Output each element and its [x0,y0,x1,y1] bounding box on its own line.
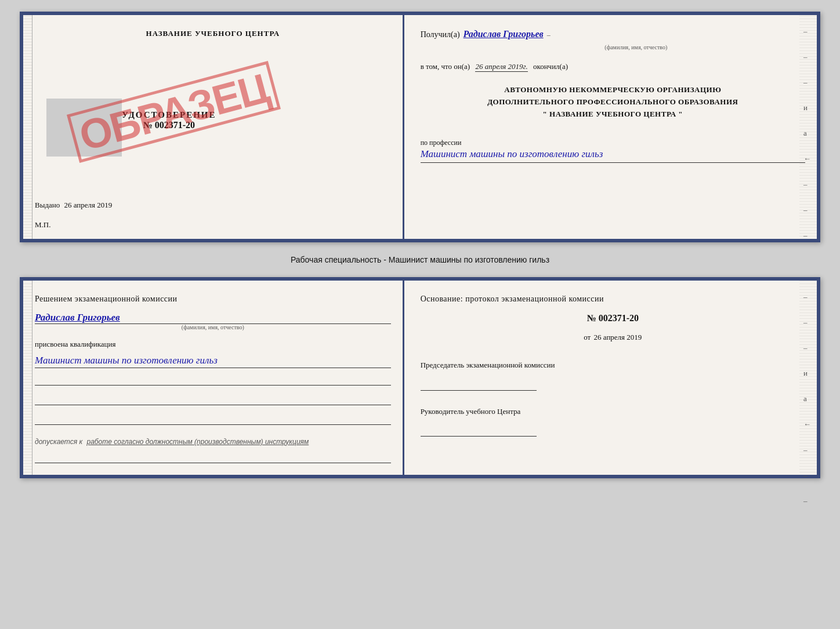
date-line: в том, что он(а) 26 апреля 2019г. окончи… [421,62,805,71]
fio-subtitle-1: (фамилия, имя, отчество) [467,44,805,50]
doc1-school-name: НАЗВАНИЕ УЧЕБНОГО ЦЕНТРА [35,29,391,38]
mp-line: М.П. [35,220,391,230]
chairman-sig-line [421,379,537,391]
textured-side-2 [799,281,817,475]
recipient-prefix: Получил(а) [421,30,460,39]
doc1-right: Получил(а) Радислав Григорьев – (фамилия… [404,15,817,239]
protocol-date-value: 26 апреля 2019 [594,333,642,341]
photo-placeholder [46,99,122,157]
cert-title-block: УДОСТОВЕРЕНИЕ № 002371-20 [122,110,216,130]
director-label: Руководитель учебного Центра [421,406,805,417]
protocol-number: № 002371-20 [421,313,805,323]
blank-line-1 [35,375,391,386]
blank-line-3 [35,415,391,425]
doc1-left: НАЗВАНИЕ УЧЕБНОГО ЦЕНТРА УДОСТОВЕРЕНИЕ №… [23,15,404,239]
recipient-name: Радислав Григорьев [464,29,544,39]
cert-number: № 002371-20 [122,120,216,130]
org-line2: ДОПОЛНИТЕЛЬНОГО ПРОФЕССИОНАЛЬНОГО ОБРАЗО… [421,96,805,108]
doc2-right: Основание: протокол экзаменационной коми… [404,281,817,475]
protocol-date: от 26 апреля 2019 [421,333,805,342]
date-suffix: окончил(а) [533,62,568,71]
profession-value: Машинист машины по изготовлению гильз [421,147,805,163]
cert-word: УДОСТОВЕРЕНИЕ [122,110,216,120]
issued-label: Выдано [35,201,60,209]
fio-small-2: (фамилия, имя, отчество) [35,324,391,330]
doc2-spine [23,281,32,475]
profession-label: по профессии [421,139,805,147]
basis-title: Основание: протокол экзаменационной коми… [421,294,805,304]
assigned-label: присвоена квалификация [35,340,391,349]
specialty-label: Рабочая специальность - Машинист машины … [291,253,549,267]
chairman-label: Председатель экзаменационной комиссии [421,359,805,371]
date-value: 26 апреля 2019г. [475,62,527,72]
issued-date: 26 апреля 2019 [64,201,113,209]
protocol-date-prefix: от [584,333,591,341]
issued-line: Выдано 26 апреля 2019 [35,201,112,209]
allowed-prefix: допускается к [35,438,82,446]
textured-side [799,15,817,239]
allowed-italic: работе согласно должностным (производств… [86,438,309,446]
doc2-left: Решением экзаменационной комиссии Радисл… [23,281,404,475]
date-prefix: в том, что он(а) [421,62,470,71]
org-line3: " НАЗВАНИЕ УЧЕБНОГО ЦЕНТРА " [421,108,805,121]
allowed-text: допускается к работе согласно должностны… [35,438,391,446]
org-line1: АВТОНОМНУЮ НЕКОММЕРЧЕСКУЮ ОРГАНИЗАЦИЮ [421,84,805,96]
document-1: НАЗВАНИЕ УЧЕБНОГО ЦЕНТРА УДОСТОВЕРЕНИЕ №… [20,12,820,242]
blank-line-2 [35,395,391,405]
decision-text: Решением экзаменационной комиссии [35,294,391,304]
qualification-value: Машинист машины по изготовлению гильз [35,354,391,368]
person-name-2: Радислав Григорьев [35,312,391,324]
document-2: Решением экзаменационной комиссии Радисл… [20,277,820,478]
blank-line-4 [35,453,391,463]
director-sig-line [421,425,537,437]
org-block: АВТОНОМНУЮ НЕКОММЕРЧЕСКУЮ ОРГАНИЗАЦИЮ ДО… [421,84,805,120]
